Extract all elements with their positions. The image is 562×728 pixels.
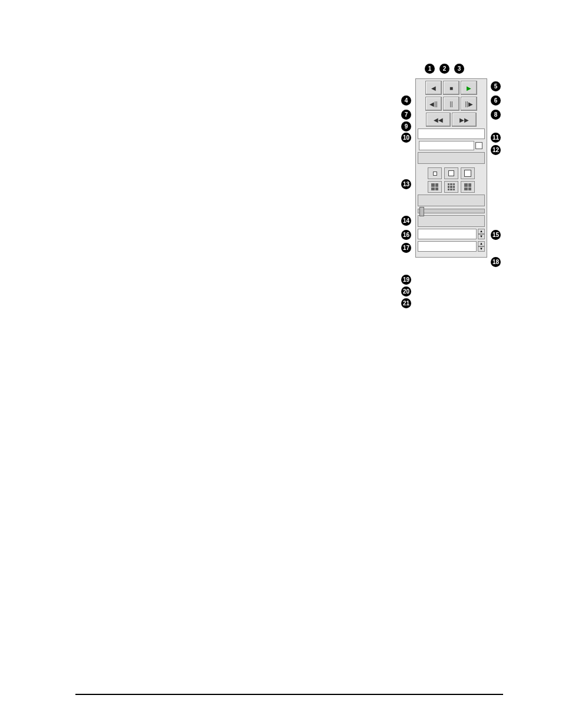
callout-1: 1 bbox=[425, 64, 435, 74]
callout-4: 4 bbox=[401, 95, 411, 106]
callout-3: 3 bbox=[454, 64, 464, 74]
play-forward-button[interactable]: ▶ bbox=[461, 81, 477, 95]
disconnect-button[interactable] bbox=[418, 152, 485, 164]
callout-14: 14 bbox=[401, 216, 411, 226]
date-field[interactable] bbox=[418, 229, 477, 239]
time-field[interactable] bbox=[418, 241, 477, 252]
callout-6: 6 bbox=[491, 95, 501, 106]
callout-17: 17 bbox=[401, 243, 411, 253]
multiscreen-16-button[interactable] bbox=[461, 181, 475, 193]
size-medium-button[interactable] bbox=[444, 167, 458, 179]
callout-9: 9 bbox=[401, 121, 411, 131]
multiscreen-9-button[interactable] bbox=[444, 181, 458, 193]
callout-2: 2 bbox=[439, 64, 449, 74]
callout-19: 19 bbox=[401, 275, 411, 285]
callout-11: 11 bbox=[491, 133, 501, 143]
time-spinner[interactable]: ▲▼ bbox=[478, 241, 485, 252]
play-backward-button[interactable]: ◀ bbox=[425, 81, 442, 95]
callout-10: 10 bbox=[401, 133, 411, 143]
frame-rewind-button[interactable]: ◀|| bbox=[425, 97, 442, 111]
password-field[interactable] bbox=[419, 141, 474, 150]
fast-forward-button[interactable]: ▶▶ bbox=[452, 113, 477, 127]
date-spinner[interactable]: ▲▼ bbox=[478, 229, 485, 239]
callout-13: 13 bbox=[401, 179, 411, 189]
view-live-button[interactable] bbox=[418, 195, 485, 206]
callout-21: 21 bbox=[401, 298, 411, 308]
callout-20: 20 bbox=[401, 286, 411, 297]
frame-advance-button[interactable]: ||▶ bbox=[461, 97, 477, 111]
callout-5: 5 bbox=[491, 81, 501, 91]
size-small-button[interactable] bbox=[428, 167, 442, 179]
ip-address-field[interactable] bbox=[418, 129, 485, 139]
callout-12: 12 bbox=[491, 145, 501, 155]
live-checkbox[interactable] bbox=[475, 142, 482, 149]
multiscreen-4-button[interactable] bbox=[428, 181, 442, 193]
callout-16: 16 bbox=[401, 230, 411, 240]
callout-8: 8 bbox=[491, 110, 501, 120]
callout-7: 7 bbox=[401, 110, 411, 120]
rewind-button[interactable]: ◀◀ bbox=[426, 113, 451, 127]
callout-15: 15 bbox=[491, 230, 501, 240]
size-large-button[interactable] bbox=[461, 167, 475, 179]
goto-button[interactable] bbox=[418, 215, 485, 227]
callout-18: 18 bbox=[491, 257, 501, 267]
stop-button[interactable]: ■ bbox=[443, 81, 459, 95]
play-pointer-slider[interactable] bbox=[418, 209, 485, 213]
pause-button[interactable]: || bbox=[443, 97, 459, 111]
